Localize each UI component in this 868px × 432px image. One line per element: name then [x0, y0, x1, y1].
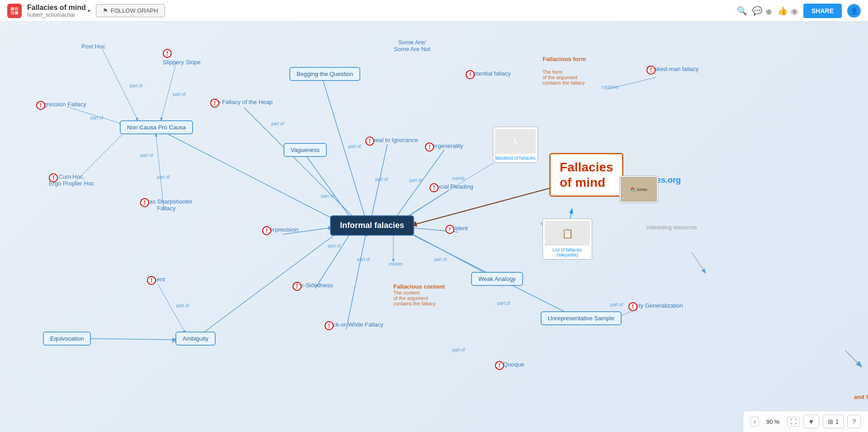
equivocation-box[interactable]: Equivocation	[43, 332, 91, 346]
node-tu-quoque[interactable]: ! Tu Quoque	[495, 360, 524, 368]
heap-label: The Fallacy of the Heap	[210, 99, 273, 105]
user-avatar[interactable]: 👤	[847, 4, 861, 18]
node-one-sidedness[interactable]: ! One-Sidedness	[292, 281, 333, 289]
ambiguity-box[interactable]: Ambiguity	[175, 332, 216, 346]
contains-edge-label: contains	[601, 85, 618, 90]
node-vagueness[interactable]: Vagueness	[283, 143, 327, 157]
node-existential[interactable]: ! Existential fallacy	[466, 69, 511, 77]
informal-falacies-box[interactable]: Informal falacies	[330, 215, 414, 236]
svg-line-19	[161, 62, 176, 120]
node-slippery-slope[interactable]: ! Slippery Slope	[163, 49, 201, 66]
layers-count: 1	[835, 418, 839, 425]
node-fallacyfiles[interactable]: 📚 Jones FallacyFiles.org	[619, 176, 681, 185]
edge-label-part-of-12: part of	[357, 257, 370, 262]
node-accent[interactable]: ! Accent	[147, 275, 165, 283]
node-weak-analogy[interactable]: Weak Analogy	[471, 272, 523, 286]
node-overprecision[interactable]: ! Overprecision	[262, 225, 298, 233]
node-masked-man[interactable]: ! Masked-man fallacy	[646, 65, 699, 73]
follow-graph-button[interactable]: ⚑ FOLLOW GRAPH	[96, 4, 165, 17]
node-hasty-gen[interactable]: ! Hasty Generalization	[628, 301, 683, 309]
non-causa-box[interactable]: Non Causa Pro Causa	[120, 120, 193, 134]
node-unrepresentative[interactable]: Unrepresentative Sample	[541, 311, 622, 325]
edge-label-part-of-7: part of	[348, 144, 361, 149]
svg-rect-0	[11, 7, 14, 10]
search-icon[interactable]: 🔍	[737, 6, 747, 16]
svg-line-29	[606, 77, 656, 90]
app-logo[interactable]	[7, 4, 22, 18]
share-button[interactable]: SHARE	[803, 4, 842, 18]
vagueness-box[interactable]: Vagueness	[283, 143, 327, 157]
svg-rect-1	[15, 7, 18, 10]
member-label: memb	[452, 176, 465, 181]
node-overgenerality[interactable]: ! Overgenerality	[425, 142, 463, 150]
node-fallacious-form[interactable]: Fallacious form The formof the argumentc…	[542, 49, 586, 92]
edge-label-part-of-6: part of	[271, 121, 284, 126]
node-interesting-resources: interesting resources	[646, 223, 697, 231]
edge-label-part-of-5: part of	[157, 175, 170, 180]
node-ambiguity[interactable]: Ambiguity	[175, 332, 216, 346]
node-cum-hoc[interactable]: ! Cum Hoc, Ergo Propter Hoc	[49, 173, 94, 187]
node-fallacies-of-mind[interactable]: Fallacies of mind	[549, 153, 623, 197]
graph-title: Fallacies of mind	[27, 4, 86, 12]
edge-label-part-of-1: part of	[130, 83, 142, 88]
node-special-pleading[interactable]: ! Special Pleading	[429, 182, 473, 190]
unrepresentative-box[interactable]: Unrepresentative Sample	[541, 311, 622, 325]
arrow-bottom-right	[845, 351, 863, 369]
edge-label-part-of-tu: part of	[452, 347, 465, 352]
node-heap[interactable]: ! The Fallacy of the Heap	[210, 98, 273, 106]
node-black-white[interactable]: ! Black-or-White Fallacy	[325, 320, 383, 328]
layers-button[interactable]: ⊞ 1	[823, 415, 844, 428]
begging-box[interactable]: Begging the Question	[289, 67, 360, 81]
comment-count: 0	[765, 9, 773, 15]
node-begging[interactable]: Begging the Question	[289, 67, 360, 81]
chevron-down-icon: ▾	[88, 8, 90, 14]
edge-label-part-of-8: part of	[375, 177, 388, 182]
node-regression[interactable]: ! Regression Fallacy	[36, 100, 86, 108]
node-post-hoc[interactable]: Post Hoc	[81, 42, 105, 50]
svg-line-13	[315, 230, 353, 289]
header: Fallacies of mind hubert_schumachar ▾ ⚑ …	[0, 0, 868, 22]
graph-canvas[interactable]: memb contains mentioned in part of part …	[0, 22, 868, 432]
edge-label-part-of-3: part of	[90, 115, 103, 120]
post-hoc-label: Post Hoc	[81, 43, 105, 50]
node-appeal[interactable]: ! Appeal to Ignorance	[365, 136, 418, 144]
edge-label-part-of-10: part of	[321, 194, 334, 199]
filter-button[interactable]: ▼	[803, 415, 820, 428]
node-texas[interactable]: ! Texas Sharpshooter Fallacy	[140, 198, 193, 212]
like-icon[interactable]: 👍 0	[778, 6, 798, 16]
wiki-list-node[interactable]: 📋 List of fallacies (wikipedia)	[542, 218, 592, 260]
node-non-causa[interactable]: Non Causa Pro Causa	[120, 120, 193, 134]
help-button[interactable]: ?	[847, 415, 861, 428]
edge-label-part-of-wa: part of	[434, 257, 447, 262]
node-accident[interactable]: ! Accident	[445, 224, 468, 232]
graph-title-wrapper[interactable]: Fallacies of mind hubert_schumachar ▾	[27, 4, 90, 18]
node-fallacious-content[interactable]: Fallacious content The contentof the arg…	[393, 283, 445, 306]
zoom-level: 90 %	[763, 418, 783, 425]
node-some-are[interactable]: Some Are/ Some Are Not	[394, 39, 430, 52]
like-count: 0	[791, 9, 798, 15]
mastelist-label: Mastelist of fallacies	[495, 156, 536, 161]
svg-line-32	[692, 252, 705, 273]
zoom-in-button[interactable]: ⛶	[787, 417, 800, 427]
edge-label-part-of-9: part of	[409, 178, 422, 183]
svg-line-33	[845, 351, 861, 366]
svg-rect-3	[15, 11, 18, 14]
node-informal-falacies[interactable]: Informal falacies	[330, 215, 414, 236]
title-block: Fallacies of mind hubert_schumachar	[27, 4, 86, 18]
follow-label: FOLLOW GRAPH	[111, 7, 158, 14]
edge-label-part-of-2: part of	[173, 92, 185, 97]
fallacious-form-label: Fallacious form The formof the argumentc…	[542, 49, 586, 92]
header-left: Fallacies of mind hubert_schumachar ▾ ⚑ …	[7, 4, 165, 18]
interesting-resources-label: interesting resources	[646, 224, 697, 231]
fallacies-of-mind-box[interactable]: Fallacies of mind	[549, 153, 623, 197]
comment-icon[interactable]: 💬 0	[752, 6, 773, 16]
node-equivocation[interactable]: Equivocation	[43, 332, 91, 346]
header-right: 🔍 💬 0 👍 0 SHARE 👤	[737, 4, 861, 18]
zoom-out-button[interactable]: ‹	[750, 417, 759, 427]
weak-analogy-box[interactable]: Weak Analogy	[471, 272, 523, 286]
wiki-list-label: List of fallacies (wikipedia)	[545, 247, 590, 257]
svg-rect-2	[11, 11, 14, 14]
fallacious-content-label: Fallacious content The contentof the arg…	[393, 283, 445, 306]
layers-icon: ⊞	[828, 418, 833, 425]
mastelist-node[interactable]: 📄 Mastelist of fallacies	[493, 127, 538, 163]
